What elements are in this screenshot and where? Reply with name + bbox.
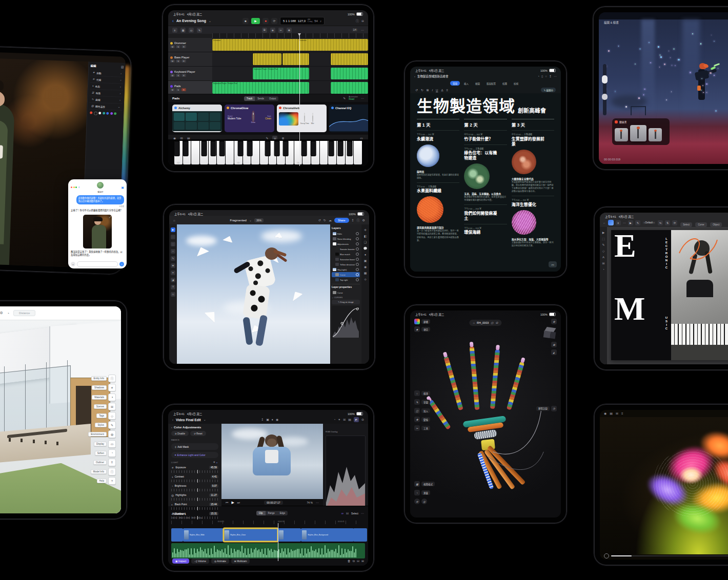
piano-black-key[interactable] bbox=[301, 141, 307, 156]
collapse-icon[interactable]: ⌄ bbox=[216, 461, 218, 464]
crop-tool[interactable]: ⊹ bbox=[171, 249, 175, 254]
nav-label[interactable]: 建構 bbox=[421, 319, 430, 324]
eyedropper-tool[interactable]: ✎ bbox=[171, 256, 175, 261]
slider-black-point[interactable]: ◐Black Point15.44 bbox=[171, 503, 218, 510]
song-title[interactable]: An Evening Song bbox=[176, 19, 206, 23]
insert-icon[interactable]: ⊟ bbox=[357, 560, 359, 563]
scenes-icon[interactable]: ⊞ bbox=[108, 403, 116, 410]
select-menu[interactable]: Select bbox=[351, 512, 358, 515]
tool-sketch[interactable]: ✎草圖 bbox=[414, 399, 430, 405]
lasso-tool[interactable]: ◌ bbox=[171, 235, 175, 239]
more-icon[interactable]: ⋯ bbox=[316, 501, 319, 504]
curves-histogram[interactable] bbox=[332, 306, 360, 338]
curves-section-label[interactable]: ⌄ CURVES bbox=[332, 296, 360, 299]
share-button[interactable]: Share bbox=[334, 218, 349, 223]
back-icon[interactable]: ‹ bbox=[414, 75, 415, 78]
piano-black-key[interactable] bbox=[183, 141, 189, 156]
timeline-ruler[interactable]: 00:00:15 00:00:30 00:00:45 bbox=[171, 521, 365, 524]
tool-rail[interactable]: ▶⬚✎◇A⊞◔ bbox=[600, 227, 607, 364]
isolate-icon[interactable]: ⊘ bbox=[414, 499, 420, 504]
back-icon[interactable]: ‹ bbox=[172, 418, 173, 421]
reset-button[interactable]: ↺ Reset bbox=[190, 431, 206, 436]
document-body[interactable]: 生物製造領域 創新高峰會 第 1 天 下午1:00 — 201 室 永續潮流 綠… bbox=[410, 93, 561, 272]
tool-rail[interactable]: ▶ ◌⬚ ⊹✎ ✚✦ ◪T ◇ bbox=[169, 224, 177, 364]
facetime-icon[interactable]: ▣ bbox=[121, 185, 124, 189]
track-row-bass[interactable]: Bass Player MSR bbox=[168, 52, 368, 67]
inspect-button[interactable]: ▣ Inspect bbox=[172, 558, 189, 564]
mic-icon[interactable]: ♦ bbox=[272, 418, 273, 421]
piano-black-key[interactable] bbox=[201, 141, 207, 156]
back-icon[interactable]: ‹ bbox=[171, 426, 172, 429]
duplicate-icon[interactable]: ⧉ bbox=[353, 560, 355, 563]
history-clock-icon[interactable]: ◷ bbox=[551, 406, 557, 411]
minimize-icon[interactable]: ⊖ bbox=[361, 19, 364, 23]
piano-white-key[interactable] bbox=[354, 141, 362, 164]
minimize-icon[interactable]: ⊖ bbox=[361, 418, 364, 421]
palette-icon[interactable]: ◔ bbox=[537, 75, 539, 78]
redo-icon[interactable]: ↻ bbox=[323, 219, 326, 222]
eraser-tool[interactable]: ◪ bbox=[171, 278, 175, 282]
settings-gear-icon[interactable]: ⚙ bbox=[362, 219, 365, 222]
sidebar-button-tags[interactable]: Tags◇ bbox=[88, 412, 116, 420]
histogram-icon[interactable]: ▤ bbox=[121, 66, 124, 69]
lcd-display[interactable]: 5 1 1 088 127,0 4/4C maj 54 ♪ bbox=[280, 17, 325, 25]
sidebar-button-environment[interactable]: Environment◍ bbox=[88, 430, 116, 438]
piano-white-key[interactable] bbox=[191, 141, 199, 164]
piano-white-key[interactable] bbox=[320, 141, 328, 164]
speed-icon[interactable]: ◔ bbox=[334, 418, 336, 421]
distance-field[interactable]: Distance bbox=[13, 310, 35, 316]
piano-black-key[interactable] bbox=[274, 141, 279, 156]
nav-label[interactable]: 項目 bbox=[421, 327, 430, 332]
library-icon[interactable]: ▦ bbox=[180, 28, 186, 33]
sidebar-button-entity-info[interactable]: Entity Infoⓘ bbox=[88, 375, 116, 382]
render-mode-icon[interactable] bbox=[414, 319, 420, 324]
shape-tool[interactable]: ◇ bbox=[171, 292, 175, 297]
play-button[interactable]: ▶ bbox=[231, 501, 234, 505]
drag-on-image-button[interactable]: ✎ Drag on image bbox=[332, 300, 360, 304]
copy-icon[interactable]: ⧉ bbox=[262, 28, 267, 33]
piano-black-key[interactable] bbox=[329, 141, 334, 156]
appearance-icon[interactable]: ◭ bbox=[551, 349, 557, 355]
ribbon-tabs[interactable]: 常用 插入 繪圖 版面配置 校閱 檢視 bbox=[410, 80, 561, 87]
step-forward-icon[interactable]: ⏭ bbox=[237, 501, 240, 504]
layer-row[interactable]: Noise blending bbox=[332, 236, 360, 241]
rotate-icon[interactable]: ⟳ bbox=[672, 220, 677, 225]
media-icon[interactable]: ▤ bbox=[348, 418, 351, 421]
document-name[interactable]: Fragmented bbox=[230, 219, 247, 222]
soften-icon[interactable]: ◔ bbox=[108, 449, 116, 457]
tool-search[interactable]: ○搜尋 bbox=[414, 390, 430, 396]
settings-gear-icon[interactable]: ⚙ bbox=[0, 311, 3, 315]
pencil-icon[interactable]: ✎ bbox=[197, 28, 202, 33]
robotic-hand-model[interactable] bbox=[431, 346, 545, 497]
decay-knob[interactable] bbox=[304, 113, 305, 122]
measure-button[interactable]: ◔測量 bbox=[414, 490, 435, 495]
items-icon[interactable]: ◈ bbox=[414, 326, 420, 332]
animation-frame[interactable] bbox=[649, 128, 662, 141]
help-icon[interactable]: ⓘ bbox=[357, 219, 360, 222]
poster-canvas[interactable]: E LECTRONIC M USIC bbox=[611, 230, 728, 360]
timeline-clip[interactable]: Skyline_Blue_Wide bbox=[183, 528, 224, 542]
document-pill[interactable]: ⌂RH_0003◎⊖ bbox=[469, 320, 501, 326]
grid-icon[interactable]: ⊞ bbox=[551, 342, 557, 347]
overlay-icon[interactable]: ⊞ bbox=[343, 418, 346, 421]
drive-knob[interactable] bbox=[253, 112, 254, 121]
back-icon[interactable]: ‹ bbox=[172, 18, 174, 24]
notification-bell-icon[interactable]: ◔ bbox=[7, 312, 9, 315]
brush-size-slider[interactable] bbox=[603, 64, 606, 116]
message-photo[interactable]: ⤢ bbox=[83, 215, 112, 248]
outliner-icon[interactable]: ≡ bbox=[108, 459, 116, 466]
render-viewport[interactable] bbox=[600, 417, 728, 554]
mode-segments[interactable]: Select Curve Object bbox=[679, 218, 722, 227]
piano-black-key[interactable] bbox=[265, 141, 271, 156]
sidebar-button-shadows[interactable]: Shadows☀ bbox=[88, 384, 116, 391]
multicam-button[interactable]: ⊞ Multicam bbox=[231, 558, 250, 564]
volume-button[interactable]: ◁) Volume bbox=[191, 558, 209, 564]
record-enable-button[interactable]: R bbox=[181, 45, 186, 48]
materials-icon[interactable]: ◑ bbox=[108, 393, 116, 401]
timeline-clip[interactable] bbox=[278, 528, 301, 542]
more-icon[interactable]: ⋯ bbox=[623, 221, 626, 224]
layers-icon[interactable]: ≡ bbox=[621, 412, 623, 415]
solo-button[interactable]: S bbox=[176, 45, 180, 48]
strip-tabs[interactable]: TrackSendsOutput bbox=[244, 96, 278, 101]
midi-region[interactable]: Drummer bbox=[298, 39, 368, 51]
